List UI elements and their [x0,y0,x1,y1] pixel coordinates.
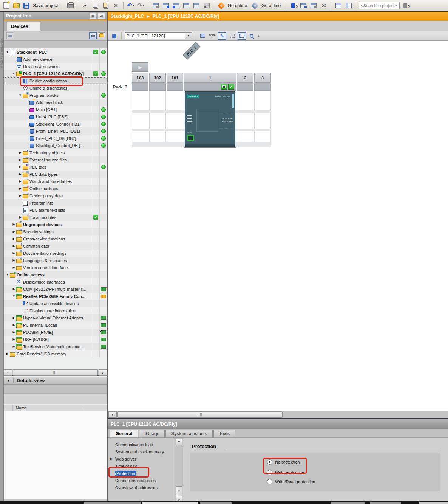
tree-item-line4-plc-fb2[interactable]: Line4_PLC [FB2] [4,113,107,120]
tree-item-devices-networks[interactable]: Devices & networks [4,63,107,70]
paste-button[interactable] [101,1,110,10]
tree-item-stacklight-control-db[interactable]: Stacklight_Control_DB [... [4,142,107,149]
tab-general[interactable]: General [110,430,138,437]
split-editor-icon[interactable] [238,32,246,40]
tree-item-plcsim-pn-ie[interactable]: ▶PLCSIM [PN/IE] [4,329,107,336]
expand-icon[interactable]: ▶ [12,266,16,269]
menu-item-system-and-clock-memory[interactable]: System and clock memory [108,448,175,455]
menu-item-web-server[interactable]: ▶Web server [108,455,175,462]
menu-item-protection[interactable]: Protection [108,470,175,477]
tree-item-pc-internal-local[interactable]: ▶PC internal [Local] [4,321,107,329]
slot-header-103[interactable]: 103 [132,73,148,83]
expand-icon[interactable]: ▶ [12,345,16,348]
tree-item-add-new-block[interactable]: Add new block [4,99,107,106]
slot-subheader-102[interactable] [149,83,166,91]
tree-item-update-accessible-devices[interactable]: Update accessible devices [4,300,107,307]
tree-item-external-source-files[interactable]: ▶External source files [4,156,107,163]
tree-item-ungrouped-devices[interactable]: ▶Ungrouped devices [4,221,107,228]
scroll-up-icon[interactable]: ⌃ [176,439,182,445]
tree-item-program-blocks[interactable]: ▼Program blocks [4,91,107,99]
cpu-module[interactable]: SIEMENS SIMATIC S7-1200 ........... ... … [185,91,235,147]
slot-body-102[interactable] [149,91,166,147]
zoom-icon[interactable] [247,32,256,40]
menu-item-connection-resources[interactable]: Connection resources [108,477,175,484]
project-library-button[interactable] [401,1,410,10]
diagnostics-button[interactable] [289,1,298,10]
expand-icon[interactable]: ▶ [18,172,22,176]
slot-body-2[interactable] [237,91,253,147]
scrollbar-thumb[interactable]: |||| [13,369,98,376]
expand-icon[interactable]: ▶ [5,352,9,355]
go-online-button[interactable] [217,1,226,10]
scrollbar-thumb[interactable]: |||| [117,411,283,418]
tree-item-cross-device-functions[interactable]: ▶Cross-device functions [4,235,107,242]
tree-item-device-configuration[interactable]: Device configuration [4,77,107,84]
edit-mode-icon[interactable] [218,32,226,40]
sort-icon[interactable] [98,32,105,39]
tree-item-online-backups[interactable]: ▶Online backups [4,185,107,192]
collapse-panel-icon[interactable]: ◀ [98,13,105,19]
slot-body-3[interactable] [254,91,271,147]
tree-item-stacklight-control-fb1[interactable]: Stacklight_Control [FB1] [4,120,107,127]
slot-subheader-103[interactable] [132,83,148,91]
tree-item-realtek-pcie-gbe-family-con[interactable]: ▼Realtek PCIe GBE Family Con... [4,293,107,300]
save-project-label[interactable]: Save project [33,3,58,8]
tree-item-plc-1-cpu-1212c-ac-dc-rly[interactable]: ▼PLC_1 [CPU 1212C AC/DC/Rly]✓ [4,70,107,77]
open-project-button[interactable] [12,1,21,10]
split-horizontal-button[interactable] [334,1,343,10]
breadcrumb-device[interactable]: PLC_1 [CPU 1212C AC/DC/Rly] [153,14,219,19]
download-button[interactable] [161,1,170,10]
expand-icon[interactable]: ▶ [18,158,22,161]
device-overview-icon[interactable] [198,32,207,40]
expand-icon[interactable]: ▶ [110,457,113,461]
restore-window-button[interactable] [299,1,308,10]
radio-row-write-protection[interactable]: Write protection [267,470,304,475]
grid-icon[interactable] [228,32,236,40]
expand-icon[interactable]: ▶ [12,338,16,341]
undo-button[interactable]: ↶▾ [126,1,135,10]
upload-button[interactable] [182,1,191,10]
breadcrumb-project[interactable]: Stacklight_PLC [111,14,144,19]
expand-icon[interactable]: ▶ [12,330,16,334]
expand-icon[interactable]: ▶ [18,180,22,183]
undo-dropdown[interactable]: ▾ [133,4,134,7]
tree-item-hyper-v-virtual-ethernet-adapter[interactable]: ▶Hyper-V Virtual Ethernet Adapter [4,314,107,321]
plc-name-tag[interactable]: PLC_1 [183,42,200,60]
remove-split-button[interactable]: ✕ [319,1,328,10]
tab-system-constants[interactable]: System constants [165,430,213,437]
radio-row-no-protection[interactable]: No protection [267,459,300,465]
cut-button[interactable]: ✂ [81,1,90,10]
tree-item-display-more-information[interactable]: Display more information [4,307,107,314]
network-config-icon[interactable] [110,32,118,40]
expand-icon[interactable]: ▶ [12,244,16,248]
expand-icon[interactable]: ▶ [12,237,16,240]
tree-item-com-rs232-ppi-multi-master-c[interactable]: ▶COM [RS232/PPI multi-master c... [4,285,107,293]
tree-item-technology-objects[interactable]: ▶Technology objects [4,149,107,156]
tree-item-teleservice-automatic-protoco[interactable]: ▶TeleService [Automatic protoco... [4,343,107,350]
slot-header-2[interactable]: 2 [237,73,253,83]
go-offline-button[interactable] [250,1,260,10]
new-object-icon[interactable] [6,32,14,39]
chevron-down-icon[interactable]: ▼ [4,378,14,383]
tree-item-local-modules[interactable]: ▶Local modules✓ [4,214,107,221]
scrollbar-thumb[interactable]: ≡ [176,486,182,496]
dropdown-arrow-icon[interactable]: ▼ [185,33,192,39]
expand-icon[interactable]: ▶ [18,165,22,169]
delete-button[interactable]: ✕ [111,1,120,10]
slot-header-1[interactable]: 1 [184,73,236,83]
tree-item-version-control-interface[interactable]: ▶Version control interface [4,264,107,271]
scroll-right-icon[interactable]: › [99,369,107,376]
tree-item-device-proxy-data[interactable]: ▶Device proxy data [4,192,107,199]
radio-row-write-read-protection[interactable]: Write/Read protection [267,479,315,484]
redo-dropdown[interactable]: ▾ [143,4,144,7]
expand-icon[interactable]: ▶ [12,230,16,233]
tree-item-usb-s7usb[interactable]: ▶USB [S7USB] [4,336,107,343]
tab-devices[interactable]: Devices [7,22,40,31]
tree-item-plc-tags[interactable]: ▶PLC tags [4,163,107,171]
columns-icon[interactable]: ▥ [90,13,96,19]
tree-item-common-data[interactable]: ▶Common data [4,242,107,250]
print-button[interactable] [66,1,75,10]
tree-horizontal-scrollbar[interactable]: ‹ |||| › [4,369,107,376]
zoom-dropdown[interactable]: ± [258,34,259,37]
tree-item-line4-plc-db-db2[interactable]: Line4_PLC_DB [DB2] [4,135,107,142]
